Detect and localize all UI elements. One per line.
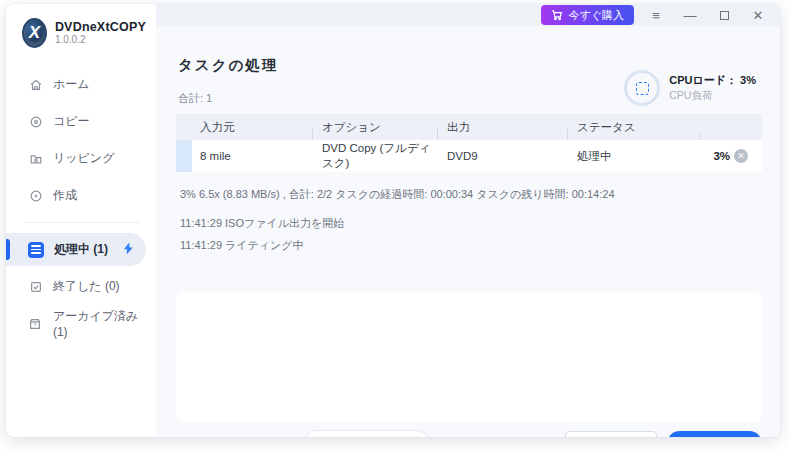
cart-icon bbox=[551, 9, 563, 21]
sidebar-item-label: アーカイブ済み (1) bbox=[53, 308, 156, 339]
sidebar-item-label: ホーム bbox=[53, 76, 90, 93]
copy-disc-icon bbox=[28, 114, 43, 129]
maximize-icon[interactable] bbox=[712, 4, 736, 26]
ripping-icon bbox=[28, 151, 43, 166]
on-complete-dropdown[interactable]: 何もしません ▼ bbox=[304, 431, 428, 437]
sidebar: X DVDneXtCOPY 1.0.0.2 ホーム コピー bbox=[6, 4, 156, 437]
lightning-icon bbox=[123, 242, 134, 258]
app-brand: X DVDneXtCOPY 1.0.0.2 bbox=[6, 4, 156, 66]
header-status: ステータス bbox=[567, 120, 700, 135]
header-source: 入力元 bbox=[176, 120, 312, 135]
sidebar-item-label: コピー bbox=[53, 113, 90, 130]
cpu-load-label: CPUロード： bbox=[669, 74, 737, 86]
task-details: 3% 6.5x (8.83 MB/s) , 合計: 2/2 タスクの経過時間: … bbox=[176, 172, 762, 256]
buy-now-button[interactable]: 今すぐ購入 bbox=[541, 5, 634, 25]
sidebar-item-archived[interactable]: アーカイブ済み (1) bbox=[6, 307, 156, 340]
window-titlebar: 今すぐ購入 ≡ — ✕ bbox=[156, 4, 780, 26]
on-complete-label: すべてのタスクが完了: bbox=[176, 436, 296, 437]
create-disc-icon bbox=[28, 188, 43, 203]
screen: X DVDneXtCOPY 1.0.0.2 ホーム コピー bbox=[0, 0, 790, 456]
pause-button[interactable]: 一時停止 bbox=[565, 431, 657, 437]
log-panel bbox=[176, 292, 762, 422]
row-cancel-icon[interactable]: ✕ bbox=[734, 149, 748, 163]
processing-list-icon bbox=[28, 242, 44, 258]
cancel-button[interactable]: キャンセル bbox=[667, 431, 762, 437]
cell-output: DVD9 bbox=[437, 150, 567, 162]
header-option: オプション bbox=[312, 120, 437, 135]
close-icon[interactable]: ✕ bbox=[746, 4, 770, 26]
sidebar-item-create[interactable]: 作成 bbox=[6, 179, 156, 212]
cpu-load-value: 3% bbox=[740, 74, 756, 86]
row-selection-strip bbox=[176, 140, 192, 172]
cell-status: 処理中 bbox=[567, 149, 700, 164]
home-icon bbox=[28, 77, 43, 92]
header-output: 出力 bbox=[437, 120, 567, 135]
sidebar-divider bbox=[24, 222, 140, 223]
cell-option: DVD Copy (フルディスク) bbox=[312, 141, 437, 171]
sidebar-item-processing[interactable]: 処理中 (1) bbox=[6, 233, 146, 266]
cell-source: 8 mile bbox=[176, 150, 312, 162]
sidebar-item-label: リッピング bbox=[53, 150, 114, 167]
sidebar-item-label: 作成 bbox=[53, 187, 77, 204]
sidebar-item-ripping[interactable]: リッピング bbox=[6, 142, 156, 175]
table-row[interactable]: 8 mile DVD Copy (フルディスク) DVD9 処理中 3% ✕ bbox=[176, 140, 762, 172]
app-logo-icon: X bbox=[22, 18, 47, 48]
cpu-load-widget: CPUロード： 3% CPU負荷 bbox=[624, 70, 756, 106]
cpu-gauge-icon bbox=[624, 70, 660, 106]
minimize-icon[interactable]: — bbox=[678, 4, 702, 26]
archive-icon bbox=[28, 316, 43, 331]
sidebar-item-label: 処理中 (1) bbox=[54, 241, 108, 258]
app-window: X DVDneXtCOPY 1.0.0.2 ホーム コピー bbox=[6, 4, 780, 437]
app-version: 1.0.0.2 bbox=[55, 34, 146, 46]
app-name: DVDneXtCOPY bbox=[55, 20, 146, 34]
main-content: タスクの処理 合計: 1 CPUロード： 3% CPU負荷 入力元 bbox=[156, 26, 780, 437]
sidebar-item-home[interactable]: ホーム bbox=[6, 68, 156, 101]
progress-detail-line: 3% 6.5x (8.83 MB/s) , 合計: 2/2 タスクの経過時間: … bbox=[180, 187, 760, 202]
footer-bar: すべてのタスクが完了: 何もしません ▼ 一時停止 キャンセル bbox=[176, 431, 762, 437]
sidebar-item-copy[interactable]: コピー bbox=[6, 105, 156, 138]
dropdown-value: 何もしません bbox=[320, 436, 390, 437]
sidebar-item-finished[interactable]: 終了した (0) bbox=[6, 270, 156, 303]
row-progress-value: 3% bbox=[713, 150, 730, 162]
sidebar-item-label: 終了した (0) bbox=[53, 278, 120, 295]
log-entry: 11:41:29 ISOファイル出力を開始 bbox=[180, 212, 760, 234]
finished-icon bbox=[28, 279, 43, 294]
sidebar-nav: ホーム コピー リッピング bbox=[6, 66, 156, 342]
task-table: 入力元 オプション 出力 ステータス 8 mile DVD Copy (フルディ… bbox=[176, 114, 762, 172]
menu-icon[interactable]: ≡ bbox=[644, 4, 668, 26]
cpu-sub-label: CPU負荷 bbox=[669, 88, 756, 102]
log-entry: 11:41:29 ライティング中 bbox=[180, 234, 760, 256]
table-header: 入力元 オプション 出力 ステータス bbox=[176, 114, 762, 140]
main-area: 今すぐ購入 ≡ — ✕ タスクの処理 合計: 1 CPUロード： 3% bbox=[156, 4, 780, 437]
